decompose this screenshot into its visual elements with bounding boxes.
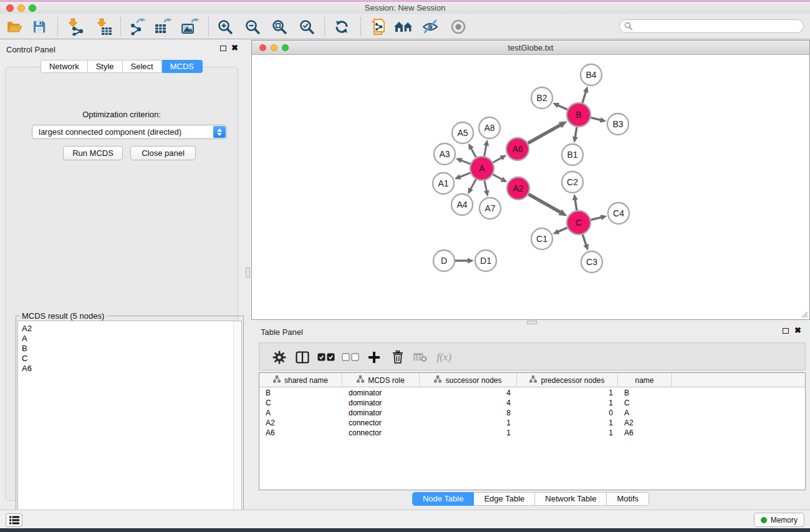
mcds-result-item[interactable]: C bbox=[18, 354, 241, 364]
show-details-icon[interactable] bbox=[446, 16, 470, 37]
run-mcds-button[interactable]: Run MCDS bbox=[63, 146, 123, 160]
zoom-in-icon[interactable] bbox=[213, 16, 237, 37]
cell-mcds-role[interactable]: connector bbox=[342, 418, 420, 428]
cell-predecessor-nodes[interactable]: 1 bbox=[517, 418, 618, 428]
zoom-selected-icon[interactable] bbox=[295, 16, 319, 37]
function-builder-icon[interactable]: f(x) bbox=[433, 343, 455, 371]
tab-select[interactable]: Select bbox=[123, 60, 162, 73]
memory-button[interactable]: Memory bbox=[754, 513, 804, 527]
node-D1[interactable]: D1 bbox=[475, 250, 496, 271]
edge-A2-C[interactable] bbox=[529, 194, 567, 216]
refresh-icon[interactable] bbox=[330, 16, 354, 37]
node-D[interactable]: D bbox=[433, 250, 455, 271]
hide-details-icon[interactable] bbox=[418, 16, 442, 37]
export-table-icon[interactable] bbox=[152, 16, 175, 37]
cell-shared-name[interactable]: A bbox=[259, 408, 342, 418]
edge-A-A3[interactable] bbox=[456, 158, 471, 164]
cell-successor-nodes[interactable]: 4 bbox=[420, 398, 517, 408]
node-C4[interactable]: C4 bbox=[608, 203, 629, 224]
tab-network[interactable]: Network bbox=[41, 60, 88, 73]
edge-A-A8[interactable] bbox=[483, 140, 489, 157]
tab-mcds[interactable]: MCDS bbox=[162, 60, 203, 73]
close-table-panel-icon[interactable]: ✖ bbox=[794, 327, 801, 334]
node-C2[interactable]: C2 bbox=[562, 172, 583, 193]
node-A8[interactable]: A8 bbox=[479, 117, 500, 138]
column-header-predecessor-nodes[interactable]: predecessor nodes bbox=[517, 373, 618, 387]
node-C[interactable]: C bbox=[567, 211, 591, 235]
cell-mcds-role[interactable]: dominator bbox=[342, 408, 420, 418]
node-A3[interactable]: A3 bbox=[434, 143, 455, 165]
cell-mcds-role[interactable]: dominator bbox=[342, 398, 420, 408]
cell-predecessor-nodes[interactable]: 0 bbox=[517, 408, 618, 418]
edge-A-A5[interactable] bbox=[468, 143, 476, 158]
edge-A6-B[interactable] bbox=[528, 121, 567, 143]
node-B3[interactable]: B3 bbox=[607, 114, 629, 135]
node-B4[interactable]: B4 bbox=[581, 64, 602, 85]
cell-shared-name[interactable]: A2 bbox=[259, 418, 342, 428]
cell-mcds-role[interactable]: connector bbox=[342, 428, 420, 438]
import-network-icon[interactable] bbox=[63, 16, 87, 37]
node-B2[interactable]: B2 bbox=[531, 87, 552, 109]
cell-name[interactable]: A6 bbox=[618, 428, 672, 438]
cell-name[interactable]: A2 bbox=[618, 418, 672, 428]
node-A7[interactable]: A7 bbox=[480, 198, 501, 219]
edge-D-D1[interactable] bbox=[455, 258, 474, 264]
cell-shared-name[interactable]: A6 bbox=[259, 428, 342, 438]
export-network-icon[interactable] bbox=[127, 16, 150, 37]
open-session-icon[interactable] bbox=[2, 16, 26, 37]
task-history-button[interactable] bbox=[6, 513, 22, 527]
network-window-titlebar[interactable]: testGlobe.txt bbox=[252, 41, 809, 55]
save-session-icon[interactable] bbox=[27, 16, 51, 37]
node-C1[interactable]: C1 bbox=[531, 228, 552, 249]
close-panel-icon[interactable]: ✖ bbox=[231, 45, 238, 51]
column-header-name[interactable]: name bbox=[618, 373, 672, 387]
cell-predecessor-nodes[interactable]: 1 bbox=[517, 398, 618, 408]
edge-A-A4[interactable] bbox=[468, 180, 476, 195]
delete-columns-icon[interactable] bbox=[387, 343, 409, 371]
deselect-all-icon[interactable] bbox=[339, 343, 362, 371]
mcds-result-item[interactable]: B bbox=[18, 344, 241, 354]
resize-grip-icon[interactable] bbox=[799, 309, 808, 318]
node-A[interactable]: A bbox=[470, 157, 494, 180]
edge-C-C1[interactable] bbox=[552, 228, 567, 234]
cell-mcds-role[interactable]: dominator bbox=[342, 388, 420, 398]
cell-successor-nodes[interactable]: 4 bbox=[420, 388, 517, 398]
node-A6[interactable]: A6 bbox=[506, 138, 529, 160]
mcds-result-item[interactable]: A2 bbox=[18, 321, 241, 334]
zoom-fit-icon[interactable] bbox=[268, 16, 291, 37]
scrollbar[interactable] bbox=[233, 321, 241, 521]
column-header-mcds-role[interactable]: MCDS role bbox=[342, 373, 420, 387]
edge-A-A7[interactable] bbox=[484, 181, 489, 197]
mcds-result-item[interactable]: A bbox=[18, 334, 241, 344]
duplicate-view-icon[interactable] bbox=[365, 16, 389, 37]
column-header-successor-nodes[interactable]: successor nodes bbox=[420, 373, 517, 387]
panel-divider-handle[interactable] bbox=[246, 268, 250, 278]
cell-successor-nodes[interactable]: 8 bbox=[420, 408, 517, 418]
split-panel-icon[interactable] bbox=[291, 343, 314, 371]
cell-predecessor-nodes[interactable]: 1 bbox=[517, 388, 618, 398]
cell-name[interactable]: B bbox=[618, 388, 672, 398]
edge-B-B4[interactable] bbox=[582, 86, 589, 103]
edge-C-C4[interactable] bbox=[591, 215, 607, 220]
edge-B-B3[interactable] bbox=[591, 117, 606, 123]
column-header-shared-name[interactable]: shared name bbox=[259, 373, 342, 387]
table-row-A2[interactable]: A2connector11A2 bbox=[259, 418, 805, 428]
view-home-icon[interactable] bbox=[392, 16, 415, 37]
cell-name[interactable]: C bbox=[618, 398, 672, 408]
tab-motifs[interactable]: Motifs bbox=[607, 492, 649, 506]
select-all-icon[interactable] bbox=[315, 343, 337, 371]
edge-A-A2[interactable] bbox=[493, 175, 508, 183]
table-row-A6[interactable]: A6connector11A6 bbox=[259, 428, 805, 438]
node-A2[interactable]: A2 bbox=[507, 177, 529, 200]
cell-shared-name[interactable]: C bbox=[259, 398, 342, 408]
create-column-icon[interactable] bbox=[363, 343, 385, 371]
delete-table-icon[interactable] bbox=[409, 343, 432, 371]
table-row-C[interactable]: Cdominator41C bbox=[259, 398, 805, 408]
tab-edge-table[interactable]: Edge Table bbox=[474, 492, 535, 506]
float-table-panel-icon[interactable] bbox=[783, 328, 789, 334]
node-A1[interactable]: A1 bbox=[433, 173, 454, 194]
search-input[interactable] bbox=[619, 19, 804, 33]
cell-successor-nodes[interactable]: 1 bbox=[420, 418, 517, 428]
node-B1[interactable]: B1 bbox=[562, 144, 583, 165]
cell-name[interactable]: A bbox=[618, 408, 672, 418]
